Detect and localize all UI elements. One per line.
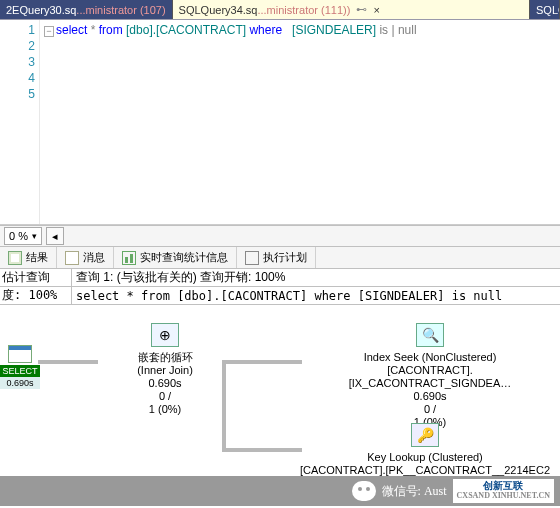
tab-suffix: ...ministrator (111)) [257, 4, 350, 16]
zoom-combo[interactable]: 0 % ▾ [4, 227, 42, 245]
index-seek-icon: 🔍 [416, 323, 444, 347]
node-time: 0.690s [310, 390, 550, 403]
brand-url: CXSAND XINHU.NET.CN [457, 491, 550, 501]
chevron-down-icon: ▾ [32, 231, 37, 241]
tab-label: 实时查询统计信息 [140, 250, 228, 265]
select-label: SELECT [0, 365, 40, 377]
plan-header-right: 查询 1: (与该批有关的) 查询开销: 100% [72, 269, 560, 286]
node-rows: 0 / [70, 390, 260, 403]
key-lookup-icon: 🔑 [411, 423, 439, 447]
plan-progress: 度: 100% [0, 287, 72, 304]
plan-header-row-1: 估计查询 查询 1: (与该批有关的) 查询开销: 100% [0, 269, 560, 287]
plan-sql-text: select * from [dbo].[CACONTRACT] where [… [72, 289, 560, 303]
tab-results[interactable]: 结果 [0, 247, 57, 268]
node-title: Index Seek (NonClustered) [310, 351, 550, 364]
zoom-nav-button[interactable]: ◂ [46, 227, 64, 245]
pin-icon[interactable]: ⊷ [356, 3, 367, 16]
node-pct: 1 (0%) [70, 403, 260, 416]
tab-query-2-active[interactable]: SQLQuery34.sq ...ministrator (111)) ⊷ × [173, 0, 530, 19]
plan-node-select[interactable]: SELECT 0.690s [0, 345, 40, 389]
plan-icon [245, 251, 259, 265]
zoom-value: 0 % [9, 230, 28, 242]
plan-header-left: 估计查询 [0, 269, 72, 286]
tab-label: SQLQuery34.sq [179, 4, 258, 16]
line-number: 3 [0, 54, 35, 70]
editor-tab-bar: 2EQuery30.sq ...ministrator (107) SQLQue… [0, 0, 560, 20]
node-time: 0.690s [70, 377, 260, 390]
plan-node-nested-loops[interactable]: ⊕ 嵌套的循环 (Inner Join) 0.690s 0 / 1 (0%) [70, 323, 260, 416]
line-number: 4 [0, 70, 35, 86]
nested-loops-icon: ⊕ [151, 323, 179, 347]
node-subtitle: (Inner Join) [70, 364, 260, 377]
tab-suffix: ...ministrator (107) [76, 4, 165, 16]
tab-label: 执行计划 [263, 250, 307, 265]
plan-header-row-2: 度: 100% select * from [dbo].[CACONTRACT]… [0, 287, 560, 305]
tab-live-stats[interactable]: 实时查询统计信息 [114, 247, 237, 268]
node-title: 嵌套的循环 [70, 351, 260, 364]
results-tab-bar: 结果 消息 实时查询统计信息 执行计划 [0, 247, 560, 269]
wechat-label: 微信号: Aust [382, 483, 447, 500]
tab-query-3[interactable]: SQLQ [530, 0, 560, 19]
line-number: 2 [0, 38, 35, 54]
execution-plan-canvas[interactable]: SELECT 0.690s ⊕ 嵌套的循环 (Inner Join) 0.690… [0, 305, 560, 506]
line-number: 1 [0, 22, 35, 38]
plan-node-key-lookup[interactable]: 🔑 Key Lookup (Clustered) [CACONTRACT].[P… [300, 423, 550, 477]
plan-node-index-seek[interactable]: 🔍 Index Seek (NonClustered) [CACONTRACT]… [310, 323, 550, 429]
brand-cn: 创新互联 [483, 481, 523, 491]
line-number: 5 [0, 86, 35, 102]
node-title: Key Lookup (Clustered) [300, 451, 550, 464]
plan-connector [222, 448, 302, 452]
message-icon [65, 251, 79, 265]
fold-icon[interactable]: − [44, 26, 54, 37]
brand-logo: 创新互联 CXSAND XINHU.NET.CN [453, 479, 554, 503]
code-area[interactable]: −select * from [dbo].[CACONTRACT] where … [40, 20, 560, 224]
sql-editor[interactable]: 1 2 3 4 5 −select * from [dbo].[CACONTRA… [0, 20, 560, 225]
tab-query-1[interactable]: 2EQuery30.sq ...ministrator (107) [0, 0, 173, 19]
close-icon[interactable]: × [373, 4, 379, 16]
tab-label: 2EQuery30.sq [6, 4, 76, 16]
line-gutter: 1 2 3 4 5 [0, 20, 40, 224]
select-op-icon [8, 345, 32, 363]
zoom-toolbar: 0 % ▾ ◂ [0, 225, 560, 247]
grid-icon [8, 251, 22, 265]
tab-label: SQLQ [536, 4, 560, 16]
select-time: 0.690s [0, 377, 40, 389]
node-rows: 0 / [310, 403, 550, 416]
stats-icon [122, 251, 136, 265]
tab-label: 消息 [83, 250, 105, 265]
tab-execution-plan[interactable]: 执行计划 [237, 247, 316, 268]
node-subtitle: [CACONTRACT].[IX_CACONTRACT_SIGNDEA… [310, 364, 550, 390]
watermark-footer: 微信号: Aust 创新互联 CXSAND XINHU.NET.CN [0, 476, 560, 506]
tab-messages[interactable]: 消息 [57, 247, 114, 268]
tab-label: 结果 [26, 250, 48, 265]
code-line-1: −select * from [dbo].[CACONTRACT] where … [44, 22, 556, 38]
wechat-icon [352, 481, 376, 501]
